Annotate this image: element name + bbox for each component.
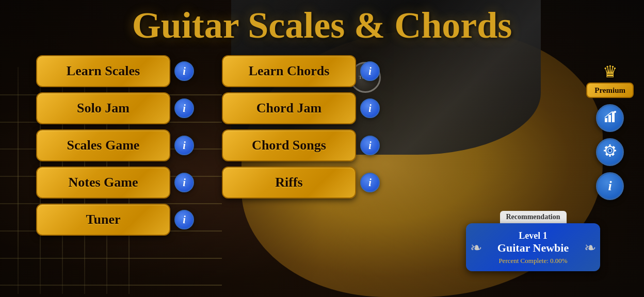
menu-item-riffs: Riffs i [222,167,403,199]
stats-button[interactable] [596,104,624,132]
premium-button[interactable]: Premium [586,82,634,98]
learn-scales-button[interactable]: Learn Scales [36,55,170,87]
info-circle-icon: i [608,178,612,194]
svg-rect-7 [609,144,611,147]
crown-icon: ♛ [603,62,618,81]
tuner-info-button[interactable]: i [174,210,194,229]
left-column: Learn Scales i Solo Jam i Scales Game [36,55,217,236]
chord-songs-button[interactable]: Chord Songs [222,129,356,161]
svg-rect-1 [608,115,611,122]
settings-icon [603,143,617,161]
tuner-button[interactable]: Tuner [36,204,170,236]
svg-rect-0 [605,118,607,122]
laurel-right-icon: ❧ [584,239,596,256]
solo-jam-info-button[interactable]: i [174,98,194,118]
recommendation-card[interactable]: ❧ ❧ Level 1 Guitar Newbie Percent Comple… [466,223,600,271]
svg-rect-10 [614,150,616,152]
info-button[interactable]: i [596,172,624,200]
recommendation-label: Recommendation [500,211,567,223]
scales-game-button[interactable]: Scales Game [36,129,170,161]
scales-game-info-button[interactable]: i [174,136,194,155]
recommendation-panel: Recommendation ❧ ❧ Level 1 Guitar Newbie… [466,211,600,271]
riffs-button[interactable]: Riffs [222,167,356,199]
app-title: Guitar Scales & Chords [10,0,634,46]
recommendation-percent: Percent Complete: 0.00% [474,257,592,265]
menu-item-scales-game: Scales Game i [36,129,217,161]
learn-scales-info-button[interactable]: i [174,61,194,81]
menu-item-learn-scales: Learn Scales i [36,55,217,87]
recommendation-level: Level 1 [474,230,592,241]
chart-icon [603,110,617,126]
chord-songs-info-button[interactable]: i [360,136,380,155]
menu-item-learn-chords: Learn Chords i [222,55,403,87]
learn-chords-info-button[interactable]: i [360,61,380,81]
menu-item-solo-jam: Solo Jam i [36,92,217,124]
recommendation-title: Guitar Newbie [474,241,592,255]
learn-chords-button[interactable]: Learn Chords [222,55,356,87]
laurel-left-icon: ❧ [470,239,482,256]
menu-item-chord-jam: Chord Jam i [222,92,403,124]
menu-item-tuner: Tuner i [36,204,217,236]
menu-item-notes-game: Notes Game i [36,167,217,199]
right-column: Learn Chords i Chord Jam i Chord Songs [222,55,403,236]
notes-game-button[interactable]: Notes Game [36,167,170,199]
svg-point-6 [608,149,611,152]
svg-rect-9 [604,150,606,152]
menu-grid: Learn Scales i Solo Jam i Scales Game [10,55,403,236]
settings-button[interactable] [596,138,624,166]
chord-jam-button[interactable]: Chord Jam [222,92,356,124]
svg-rect-8 [609,154,611,157]
riffs-info-button[interactable]: i [360,173,380,192]
notes-game-info-button[interactable]: i [174,173,194,192]
svg-point-3 [614,111,616,113]
premium-badge: ♛ Premium [586,62,634,98]
right-panel: ♛ Premium [586,62,634,200]
solo-jam-button[interactable]: Solo Jam [36,92,170,124]
menu-item-chord-songs: Chord Songs i [222,129,403,161]
svg-rect-2 [612,112,615,122]
chord-jam-info-button[interactable]: i [360,98,380,118]
